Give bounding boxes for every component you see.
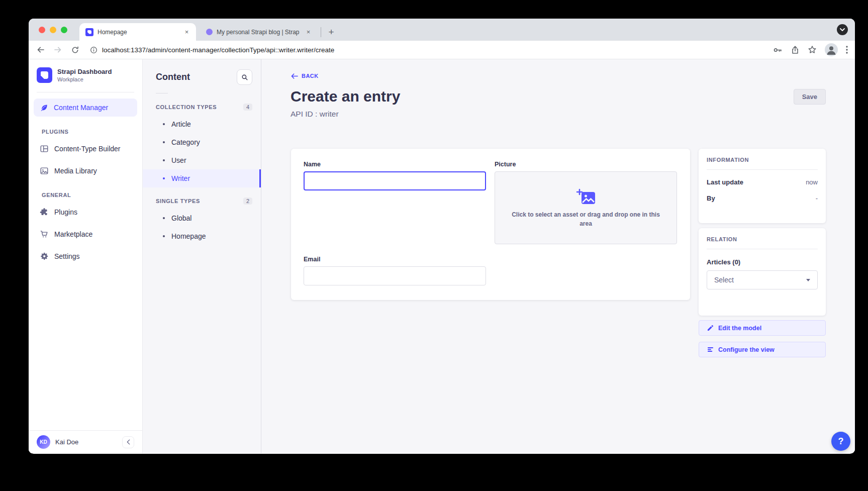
email-input[interactable] (304, 266, 486, 285)
articles-relation-label: Articles (0) (707, 258, 818, 266)
forward-button[interactable] (53, 45, 63, 55)
edit-model-button[interactable]: Edit the model (699, 320, 826, 336)
sidebar-item-label: Plugins (54, 208, 77, 216)
count-badge: 2 (243, 198, 252, 205)
bullet-icon (163, 235, 165, 237)
password-key-button[interactable] (773, 45, 783, 55)
tab-homepage[interactable]: Homepage × (79, 23, 196, 41)
profile-button[interactable] (825, 43, 838, 56)
share-icon (791, 45, 800, 54)
browser-toolbar: localhost:1337/admin/content-manager/col… (29, 41, 855, 59)
pencil-icon (707, 325, 714, 331)
information-panel: INFORMATION Last update now By - (699, 149, 826, 223)
zoom-window-button[interactable] (61, 27, 67, 33)
configure-view-label: Configure the view (718, 346, 775, 353)
tab-close-icon[interactable]: × (182, 28, 191, 36)
sidebar-item-plugins[interactable]: Plugins (34, 203, 137, 221)
minimize-window-button[interactable] (50, 27, 56, 33)
sidebar-item-marketplace[interactable]: Marketplace (34, 225, 137, 243)
back-link[interactable]: BACK (291, 73, 319, 79)
kebab-menu-icon (846, 46, 848, 54)
count-badge: 4 (243, 104, 252, 111)
email-field-label: Email (304, 256, 486, 263)
api-id-subtitle: API ID : writer (291, 110, 339, 119)
subnav-item-label: Category (171, 138, 200, 146)
relation-header: RELATION (707, 236, 818, 242)
reload-icon (71, 46, 79, 54)
relation-panel: RELATION Articles (0) Select (699, 228, 826, 316)
subnav-item-writer[interactable]: Writer (143, 169, 261, 187)
help-button[interactable]: ? (831, 432, 850, 451)
bullet-icon (163, 123, 165, 125)
subnav-item-label: Writer (171, 174, 190, 182)
tab-strip: Homepage × My personal Strapi blog | Str… (29, 19, 855, 41)
tab-search-button[interactable] (837, 24, 848, 35)
new-tab-button[interactable]: + (324, 25, 338, 39)
group-label: SINGLE TYPES (156, 198, 200, 204)
back-label: BACK (302, 73, 319, 79)
articles-select[interactable]: Select (707, 270, 818, 289)
search-button[interactable] (237, 69, 252, 85)
address-bar[interactable]: localhost:1337/admin/content-manager/col… (90, 46, 334, 54)
bullet-icon (163, 159, 165, 161)
gear-icon (40, 252, 49, 261)
subnav-item-article[interactable]: Article (143, 115, 261, 133)
group-single-types: SINGLE TYPES 2 (143, 198, 261, 205)
workspace-title: Strapi Dashboard (57, 68, 112, 76)
subnav-item-homepage[interactable]: Homepage (143, 227, 261, 245)
star-icon (808, 45, 817, 54)
feather-pen-icon (40, 104, 48, 112)
collapse-sidebar-button[interactable] (122, 436, 134, 448)
subnav-item-user[interactable]: User (143, 151, 261, 169)
sidebar-item-label: Media Library (54, 167, 97, 175)
subnav-item-global[interactable]: Global (143, 209, 261, 227)
strapi-admin-app: Strapi Dashboard Workplace Content Manag… (29, 59, 855, 453)
user-name: Kai Doe (55, 438, 78, 446)
back-button[interactable] (36, 45, 46, 55)
sidebar-item-content-manager[interactable]: Content Manager (34, 99, 137, 117)
picture-dropzone[interactable]: Click to select an asset or drag and dro… (495, 171, 677, 244)
entry-form-card: Name Picture Click to select an asset or… (291, 149, 690, 300)
sidebar-item-settings[interactable]: Settings (34, 247, 137, 265)
window-controls (39, 19, 67, 41)
user-profile-row[interactable]: KD Kai Doe (29, 430, 142, 453)
subnav-item-label: Homepage (171, 232, 206, 240)
user-avatar: KD (37, 435, 50, 449)
configure-lines-icon (707, 346, 714, 353)
subnav-item-label: Article (171, 120, 191, 128)
bullet-icon (163, 217, 165, 219)
page-title: Create an entry (291, 88, 400, 105)
name-field-label: Name (304, 161, 486, 168)
divider (707, 169, 818, 170)
name-input[interactable] (304, 171, 486, 190)
subnav-item-label: User (171, 156, 186, 164)
url-text[interactable]: localhost:1337/admin/content-manager/col… (102, 46, 334, 54)
sidebar-item-media-library[interactable]: Media Library (34, 162, 137, 180)
save-button[interactable]: Save (794, 89, 826, 105)
blog-favicon-icon (206, 29, 213, 35)
reload-button[interactable] (70, 45, 80, 55)
info-label: Last update (707, 178, 743, 186)
sidebar-item-label: Marketplace (54, 230, 92, 238)
strapi-logo-icon (37, 67, 52, 83)
share-button[interactable] (791, 45, 800, 54)
chevron-down-icon (840, 28, 845, 31)
back-arrow-icon (36, 45, 45, 54)
sidebar-item-label: Content-Type Builder (54, 145, 121, 153)
tab-separator (321, 27, 321, 37)
browser-menu-button[interactable] (846, 46, 848, 54)
subnav-item-category[interactable]: Category (143, 133, 261, 151)
configure-view-button[interactable]: Configure the view (699, 342, 826, 357)
bookmark-button[interactable] (808, 45, 817, 54)
subnav-title: Content (156, 72, 190, 82)
browser-window: Homepage × My personal Strapi blog | Str… (29, 19, 855, 454)
sidebar-item-content-type-builder[interactable]: Content-Type Builder (34, 140, 137, 158)
tab-close-icon[interactable]: × (304, 28, 313, 36)
search-icon (241, 74, 248, 81)
forward-arrow-icon (53, 45, 62, 54)
close-window-button[interactable] (39, 27, 45, 33)
shopping-cart-icon (40, 230, 49, 239)
info-label: By (707, 194, 715, 202)
workspace-brand[interactable]: Strapi Dashboard Workplace (29, 59, 142, 88)
tab-blog[interactable]: My personal Strapi blog | Strap × (200, 23, 318, 41)
